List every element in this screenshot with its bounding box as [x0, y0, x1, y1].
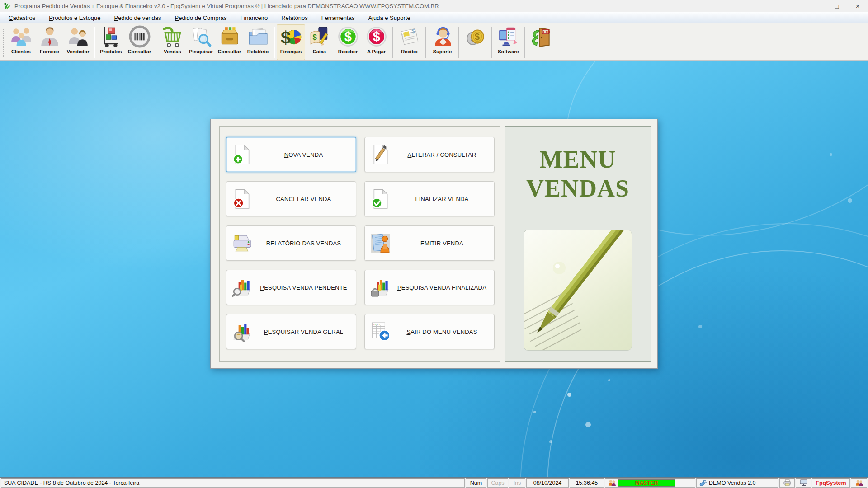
menu-cadastros[interactable]: Cadastros: [2, 12, 42, 23]
toolbar-recibo-button[interactable]: $ Recibo: [395, 24, 424, 60]
toolbar-relatorio-button[interactable]: Relatório: [244, 24, 272, 60]
exit-menu-icon: [369, 320, 392, 343]
toolbar-separator: [94, 27, 95, 58]
menu-pedido-vendas[interactable]: Pedido de vendas: [107, 12, 168, 23]
app-logo-icon: [4, 2, 11, 10]
finance-pie-icon: $: [279, 25, 303, 48]
status-user-name: MASTER: [618, 479, 675, 487]
status-brand: FpqSystem: [812, 478, 850, 488]
search-docs-icon: [189, 25, 213, 48]
toolbar-clientes-button[interactable]: Clientes: [7, 24, 35, 60]
menu-relatorios[interactable]: Relatórios: [274, 12, 315, 23]
archive-icon: [218, 25, 241, 48]
svg-text:EXIT: EXIT: [543, 30, 551, 34]
search-chart-globe-icon: [231, 320, 254, 343]
svg-text:$: $: [373, 29, 380, 44]
toolbar-separator: [156, 27, 156, 58]
panel-title: MENU VENDAS: [505, 145, 651, 203]
salesperson-icon: [66, 25, 90, 48]
panel-title-line2: VENDAS: [505, 174, 651, 203]
status-product: DEMO Vendas 2.0: [696, 478, 778, 488]
toolbar-separator: [274, 27, 275, 58]
toolbar-produtos-button[interactable]: Produtos: [97, 24, 125, 60]
toolbar-vendedor-button[interactable]: Vendedor: [64, 24, 92, 60]
finish-sale-icon: [369, 187, 392, 211]
cart-icon: [161, 25, 184, 48]
menu-ferramentas[interactable]: Ferramentas: [315, 12, 362, 23]
maximize-button[interactable]: □: [826, 0, 847, 12]
new-sale-icon: [231, 143, 254, 166]
panel-title-line1: MENU: [505, 145, 651, 174]
nova-venda-button[interactable]: NOVA VENDA: [226, 137, 356, 172]
sair-menu-vendas-button[interactable]: SAIR DO MENU VENDAS: [364, 314, 495, 349]
cancel-sale-icon: [231, 187, 254, 211]
menu-ajuda-suporte[interactable]: Ajuda e Suporte: [361, 12, 417, 23]
toolbar-sair-button[interactable]: EXIT: [527, 24, 556, 60]
status-printer: [779, 478, 795, 488]
status-date: 08/10/2024: [526, 478, 569, 488]
menu-produtos-estoque[interactable]: Produtos e Estoque: [42, 12, 107, 23]
software-icon: [497, 25, 520, 48]
locked-chart-icon: [369, 276, 392, 299]
status-location: SUA CIDADE - RS 8 de Outubro de 2024 - T…: [1, 478, 465, 488]
toolbar-suporte-button[interactable]: Suporte: [428, 24, 457, 60]
toolbar-receber-button[interactable]: $ Receber: [334, 24, 362, 60]
toolbar-grip: [2, 27, 5, 57]
desktop-wallpaper: NOVA VENDA ALTERAR / CONSULTAR: [0, 61, 868, 477]
cancelar-venda-button[interactable]: CANCELAR VENDA: [226, 181, 356, 216]
products-icon: [99, 25, 123, 48]
support-icon: [431, 25, 454, 48]
toolbar-consultar-barcode-button[interactable]: Consultar: [125, 24, 154, 60]
edit-document-icon: [369, 143, 392, 166]
search-chart-icon: [231, 276, 254, 299]
toolbar-separator: [491, 27, 492, 58]
svg-text:$: $: [281, 27, 291, 47]
users-icon: [608, 479, 616, 487]
title-bar: Programa Pedido de Vendas + Estoque & Fi…: [0, 0, 868, 12]
toolbar-fornecedor-button[interactable]: Fornece: [35, 24, 64, 60]
toolbar-software-button[interactable]: Software: [494, 24, 523, 60]
status-user: MASTER: [605, 478, 695, 488]
toolbar-separator: [458, 27, 459, 58]
receive-dollar-icon: $: [336, 25, 360, 48]
toolbar-consultar-arquivo-button[interactable]: Consultar: [215, 24, 244, 60]
toolbar-apagar-button[interactable]: $ A Pagar: [362, 24, 391, 60]
relatorio-vendas-button[interactable]: RELATÓRIO DAS VENDAS: [226, 225, 356, 261]
alterar-consultar-button[interactable]: ALTERAR / CONSULTAR: [364, 137, 495, 172]
receipt-icon: $: [398, 25, 421, 48]
toolbar-pesquisar-button[interactable]: Pesquisar: [187, 24, 215, 60]
cashbook-icon: $: [308, 25, 331, 48]
status-num: Num: [466, 478, 486, 488]
pesquisa-venda-pendente-button[interactable]: PESQUISA VENDA PENDENTE: [226, 270, 356, 305]
close-button[interactable]: ×: [847, 0, 868, 12]
status-bar: SUA CIDADE - RS 8 de Outubro de 2024 - T…: [0, 477, 868, 488]
toolbar-separator: [524, 27, 525, 58]
status-time: 15:36:45: [570, 478, 604, 488]
barcode-icon: [128, 25, 151, 48]
menu-vendas-side-panel: MENU VENDAS: [505, 126, 651, 362]
svg-text:$: $: [411, 28, 415, 34]
monitor-small-icon: [800, 479, 807, 486]
status-network: [796, 478, 811, 488]
menu-financeiro[interactable]: Financeiro: [233, 12, 274, 23]
svg-text:$: $: [474, 32, 479, 42]
pesquisar-venda-geral-button[interactable]: PESQUISAR VENDA GERAL: [226, 314, 356, 349]
report-folder-icon: [246, 25, 270, 48]
toolbar-caixa-button[interactable]: $ Caixa: [305, 24, 334, 60]
svg-text:$: $: [344, 29, 351, 44]
demo-icon: [699, 480, 707, 486]
window-title: Programa Pedido de Vendas + Estoque & Fi…: [14, 3, 802, 9]
toolbar-vendas-button[interactable]: Vendas: [158, 24, 187, 60]
clients-icon: [9, 25, 33, 48]
toolbar-moedas-button[interactable]: $ $: [461, 24, 490, 60]
users-icon: [855, 479, 863, 487]
menu-vendas-dialog: NOVA VENDA ALTERAR / CONSULTAR: [210, 119, 658, 369]
toolbar-financas-button[interactable]: $ Finanças: [277, 24, 305, 60]
printer-small-icon: [783, 479, 791, 486]
minimize-button[interactable]: —: [806, 0, 826, 12]
menu-pedido-compras[interactable]: Pedido de Compras: [168, 12, 234, 23]
emitir-venda-button[interactable]: EMITIR VENDA: [364, 225, 495, 261]
finalizar-venda-button[interactable]: FINALIZAR VENDA: [364, 181, 495, 216]
menu-bar: Cadastros Produtos e Estoque Pedido de v…: [0, 12, 868, 23]
pesquisa-venda-finalizada-button[interactable]: PESQUISA VENDA FINALIZADA: [364, 270, 495, 305]
